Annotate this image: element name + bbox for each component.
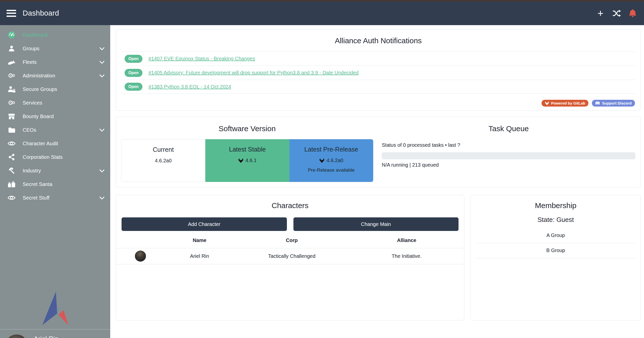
status-badge: Open: [125, 55, 142, 63]
version-prerelease-heading: Latest Pre-Release: [289, 146, 373, 153]
sidebar-item-label: Bounty Board: [23, 114, 54, 119]
version-stable-heading: Latest Stable: [205, 146, 289, 153]
add-icon[interactable]: +: [596, 9, 605, 18]
gitlab-tanuki-icon: [238, 158, 244, 163]
version-prerelease-value: 4.6.2a0: [289, 158, 373, 163]
notifications-footer-badges: Powered by GitLab Support Discord: [542, 100, 635, 107]
prerelease-note: Pre-Release available: [289, 167, 373, 173]
notification-link[interactable]: #1383 Python 3.8 EOL - 14 Oct 2024: [148, 84, 231, 90]
top-navbar: Dashboard +: [0, 1, 644, 25]
sidebar-item-dashboard[interactable]: Dashboard: [0, 28, 110, 42]
status-badge: Open: [125, 83, 142, 91]
sidebar-item-bounty-board[interactable]: Bounty Board: [0, 110, 110, 123]
status-badge: Open: [125, 69, 142, 77]
character-portrait-thumb: [135, 251, 146, 262]
eye-icon: [7, 140, 17, 147]
sidebar-item-industry[interactable]: Industry: [0, 164, 110, 177]
sidebar-item-groups[interactable]: Groups: [0, 42, 110, 55]
sidebar: Dashboard Groups: [0, 25, 110, 338]
chevron-down-icon: [99, 196, 105, 200]
sidebar-item-character-audit[interactable]: Character Audit: [0, 137, 110, 150]
membership-groups-list: A Group B Group: [476, 228, 635, 258]
character-name-cell: Ariel Rin: [165, 248, 235, 264]
sidebar-item-label: Character Audit: [23, 141, 58, 147]
group-row: B Group: [476, 243, 635, 258]
main-content: Alliance Auth Notifications Open #1407 E…: [110, 25, 644, 338]
version-stable-value: 4.6.1: [205, 158, 289, 163]
sidebar-toggle-hamburger-icon[interactable]: [7, 10, 16, 17]
gifts-icon: [7, 181, 17, 188]
gitlab-tanuki-icon: [319, 158, 325, 163]
character-row[interactable]: Ariel Rin Tactically Challenged The Init…: [116, 248, 464, 264]
sidebar-menu: Dashboard Groups: [0, 25, 110, 205]
task-queue-section: Task Queue Status of 0 processed tasks •…: [378, 117, 640, 187]
characters-title: Characters: [116, 201, 464, 210]
sidebar-item-ceos[interactable]: CEOs: [0, 123, 110, 137]
gears-icon: ⚙⚙: [7, 100, 17, 106]
alliance-auth-logo: [0, 288, 110, 329]
hammer-icon: [7, 167, 17, 174]
version-latest-prerelease: Latest Pre-Release 4.6.2a0 Pre-Release a…: [289, 139, 373, 182]
chevron-down-icon: [99, 169, 105, 172]
sidebar-item-label: CEOs: [23, 127, 36, 133]
sidebar-item-label: Secret Santa: [23, 181, 52, 187]
change-main-button[interactable]: Change Main: [293, 217, 459, 231]
support-discord-badge[interactable]: Support Discord: [592, 100, 635, 107]
corp-column-header: Corp: [234, 233, 349, 248]
add-character-button[interactable]: Add Character: [122, 217, 287, 231]
user-name: Ariel Rin: [34, 335, 74, 338]
discord-icon: [595, 101, 600, 105]
gitlab-tanuki-icon: [545, 101, 549, 105]
storefront-icon: [7, 113, 17, 120]
notifications-panel: Alliance Auth Notifications Open #1407 E…: [116, 29, 641, 111]
notification-link[interactable]: #1405 Advisory: Future development will …: [148, 70, 359, 76]
gears-icon: ⚙⚙: [7, 73, 17, 79]
chevron-down-icon: [99, 47, 105, 50]
sidebar-user-panel[interactable]: Ariel Rin Tactically Challenged The Init…: [0, 329, 110, 338]
user-lock-icon: [7, 86, 17, 93]
chevron-down-icon: [99, 74, 105, 77]
chevron-down-icon: [99, 128, 105, 132]
powered-by-gitlab-badge[interactable]: Powered by GitLab: [542, 100, 589, 107]
task-queue-progress-bar: [382, 152, 635, 159]
sidebar-item-secure-groups[interactable]: Secure Groups: [0, 82, 110, 96]
sidebar-item-label: Secret Stuff: [23, 195, 50, 201]
software-version-section: Software Version Current 4.6.2a0 Latest …: [116, 117, 378, 187]
version-current-value: 4.6.2a0: [121, 158, 205, 164]
character-corp-cell: Tactically Challenged: [234, 248, 349, 264]
sidebar-item-services[interactable]: ⚙⚙ Services: [0, 96, 110, 110]
sidebar-item-administration[interactable]: ⚙⚙ Administration: [0, 69, 110, 82]
sidebar-item-secret-stuff[interactable]: Secret Stuff: [0, 191, 110, 205]
version-current: Current 4.6.2a0: [121, 139, 205, 182]
sidebar-item-secret-santa[interactable]: Secret Santa: [0, 177, 110, 191]
sidebar-item-fleets[interactable]: Fleets: [0, 55, 110, 69]
alliance-auth-dashboard: Dashboard +: [0, 0, 644, 338]
group-row: A Group: [476, 228, 635, 243]
sidebar-item-label: Dashboard: [23, 32, 48, 38]
task-queue-title: Task Queue: [382, 124, 635, 133]
folder-icon: [7, 127, 17, 133]
fighter-jet-icon: [7, 59, 17, 65]
dashboard-gauge-icon: [7, 31, 17, 39]
sidebar-item-corporation-stats[interactable]: Corporation Stats: [0, 150, 110, 164]
user-icon: [7, 45, 17, 52]
characters-table: Name Corp Alliance Ariel Rin Tactically …: [116, 233, 464, 264]
share-nodes-icon: [7, 154, 17, 161]
membership-panel: Membership State: Guest A Group B Group: [471, 195, 641, 320]
notification-item: Open #1407 EVE Equinox Status - Breaking…: [121, 52, 635, 66]
task-queue-summary-text: N/A running | 213 queued: [382, 162, 635, 168]
character-portrait: [6, 334, 28, 338]
notifications-title: Alliance Auth Notifications: [116, 36, 640, 45]
sidebar-item-label: Corporation Stats: [23, 154, 63, 160]
shuffle-icon[interactable]: [612, 9, 621, 18]
character-alliance-cell: The Initiative.: [349, 248, 464, 264]
software-version-title: Software Version: [116, 124, 378, 133]
navbar-actions: +: [596, 9, 637, 18]
alliance-column-header: Alliance: [349, 233, 464, 248]
sidebar-item-label: Services: [23, 100, 42, 106]
notification-link[interactable]: #1407 EVE Equinox Status - Breaking Chan…: [148, 56, 255, 62]
portrait-column-header: [116, 233, 165, 248]
user-avatar: [6, 333, 29, 338]
sidebar-item-label: Administration: [23, 73, 55, 79]
notifications-bell-icon[interactable]: [628, 9, 637, 18]
